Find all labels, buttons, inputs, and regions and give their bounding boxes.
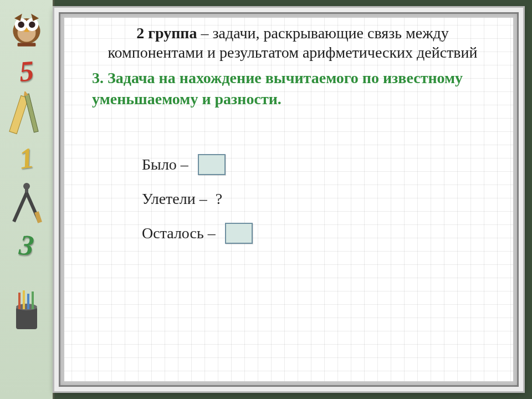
row-had: Было – xyxy=(142,149,493,181)
svg-rect-9 xyxy=(24,94,38,132)
svg-rect-21 xyxy=(32,291,34,309)
task-title-text: . Задача на нахождение вычитаемого по из… xyxy=(92,69,463,108)
owl-mascot-icon xyxy=(4,6,49,51)
task-number: 3 xyxy=(92,69,100,86)
row-left-label: Осталось – xyxy=(142,224,219,242)
question-mark: ? xyxy=(216,190,222,208)
svg-point-4 xyxy=(18,22,24,28)
group-subtitle: 2 группа – задачи, раскрывающие связь ме… xyxy=(92,23,493,62)
value-slot xyxy=(198,154,226,175)
svg-point-5 xyxy=(29,22,35,28)
row-flew-away: Улетели – ? xyxy=(142,183,493,215)
slide-stage: 5 1 3 xyxy=(0,0,532,399)
owl-mascot xyxy=(3,4,50,52)
row-had-label: Было – xyxy=(142,156,192,173)
content-panel: 2 группа – задачи, раскрывающие связь ме… xyxy=(54,8,523,391)
svg-rect-15 xyxy=(34,211,42,223)
task-rows: Было – Улетели – ? Осталось – xyxy=(92,149,493,249)
row-flew-label: Улетели – xyxy=(142,190,211,208)
group-subtitle-bold: 2 группа xyxy=(136,24,197,42)
sidebar: 5 1 3 xyxy=(0,0,54,399)
svg-rect-7 xyxy=(17,43,35,47)
compass-icon xyxy=(5,178,48,226)
task-title: 3. Задача на нахождение вычитаемого по и… xyxy=(92,68,493,110)
ruler-pencil-icon xyxy=(5,91,48,139)
svg-rect-8 xyxy=(9,95,28,134)
svg-rect-19 xyxy=(23,290,25,309)
pencil-cup-icon xyxy=(5,265,48,326)
svg-rect-18 xyxy=(18,293,21,309)
row-left: Осталось – xyxy=(142,217,493,249)
sidebar-digit-1: 1 xyxy=(17,145,35,172)
svg-line-13 xyxy=(14,193,27,222)
value-slot xyxy=(225,223,253,244)
svg-rect-20 xyxy=(27,294,29,309)
sidebar-digit-3: 3 xyxy=(18,232,35,259)
sidebar-digit-5: 5 xyxy=(18,58,34,85)
